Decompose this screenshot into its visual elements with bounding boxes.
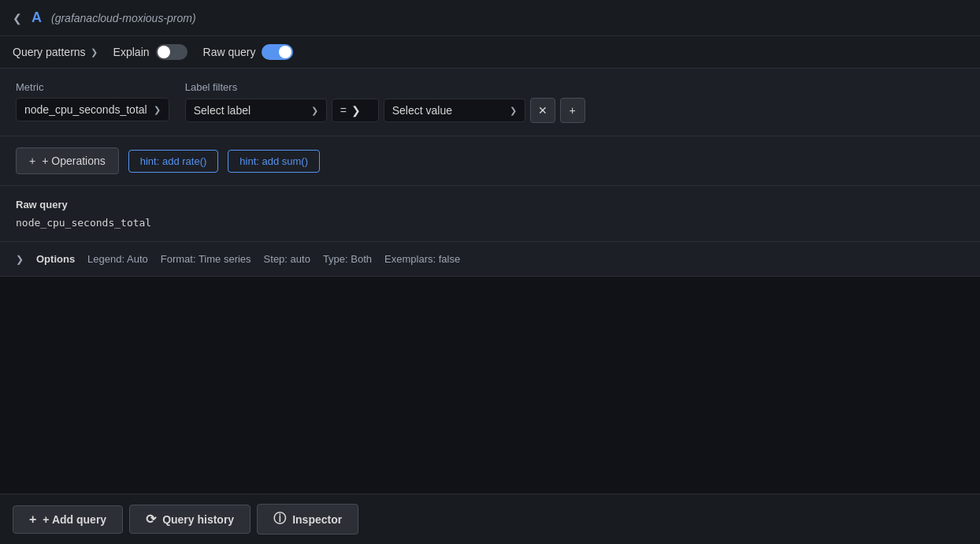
datasource-name: (grafanacloud-moxious-prom) <box>51 12 196 24</box>
operations-plus-icon: + <box>29 155 35 167</box>
raw-query-value: node_cpu_seconds_total <box>16 217 964 229</box>
select-value-field[interactable]: Select value ❯ <box>384 99 525 122</box>
operator-chevron-icon: ❯ <box>351 104 361 117</box>
raw-query-toggle-knob <box>279 46 291 58</box>
query-patterns-btn[interactable]: Query patterns ❯ <box>13 46 98 58</box>
select-label-placeholder: Select label <box>194 104 251 117</box>
options-type: Type: Both <box>323 253 372 265</box>
options-step: Step: auto <box>264 253 310 265</box>
add-query-button[interactable]: + + Add query <box>13 505 123 534</box>
explain-label: Explain <box>113 46 150 58</box>
explain-toggle-container: Explain <box>113 44 187 60</box>
add-query-label: + Add query <box>43 513 106 526</box>
select-value-placeholder: Select value <box>392 104 452 117</box>
options-expand-icon[interactable]: ❯ <box>16 254 24 265</box>
label-filters-row: Select label ❯ = ❯ Select value ❯ ✕ + <box>185 98 585 123</box>
options-exemplars: Exemplars: false <box>384 253 460 265</box>
raw-query-toggle[interactable] <box>262 44 293 60</box>
explain-toggle-knob <box>158 46 170 58</box>
inspector-label: Inspector <box>292 513 342 526</box>
close-icon: ✕ <box>538 104 548 117</box>
query-toolbar: Query patterns ❯ Explain Raw query <box>0 36 980 69</box>
operations-label: + Operations <box>42 155 106 167</box>
raw-query-section-label: Raw query <box>16 199 964 211</box>
explain-toggle[interactable] <box>156 44 187 60</box>
raw-query-toggle-container: Raw query <box>203 44 294 60</box>
metric-chevron-icon: ❯ <box>154 105 161 115</box>
metric-field-group: Metric node_cpu_seconds_total ❯ <box>16 81 169 121</box>
query-history-label: Query history <box>162 513 234 526</box>
select-value-chevron-icon: ❯ <box>510 106 517 116</box>
options-label: Options <box>36 253 75 265</box>
inspector-icon: ⓘ <box>273 511 286 527</box>
query-letter: A <box>32 9 42 26</box>
remove-filter-btn[interactable]: ✕ <box>530 98 555 123</box>
query-builder: Metric node_cpu_seconds_total ❯ Label fi… <box>0 69 980 136</box>
metric-label: Metric <box>16 81 169 93</box>
plus-icon: + <box>570 104 576 117</box>
hint-sum-btn[interactable]: hint: add sum() <box>228 150 320 173</box>
query-history-button[interactable]: ⟳ Query history <box>129 505 251 534</box>
metric-value: node_cpu_seconds_total <box>24 103 147 116</box>
options-row: ❯ Options Legend: Auto Format: Time seri… <box>0 242 980 277</box>
add-query-icon: + <box>29 512 36 527</box>
operator-field[interactable]: = ❯ <box>332 99 379 122</box>
hint-sum-label: hint: add sum() <box>239 155 308 167</box>
operations-row: + + Operations hint: add rate() hint: ad… <box>0 136 980 186</box>
history-icon: ⟳ <box>146 512 156 527</box>
label-filters-label: Label filters <box>185 81 585 93</box>
hint-rate-label: hint: add rate() <box>140 155 207 167</box>
query-patterns-chevron-icon: ❯ <box>91 47 98 58</box>
query-patterns-label: Query patterns <box>13 46 86 58</box>
add-filter-btn[interactable]: + <box>560 98 585 123</box>
options-format: Format: Time series <box>161 253 251 265</box>
collapse-icon[interactable]: ❮ <box>13 12 22 24</box>
query-header: ❮ A (grafanacloud-moxious-prom) <box>0 0 980 36</box>
select-label-chevron-icon: ❯ <box>311 106 318 116</box>
select-label-field[interactable]: Select label ❯ <box>185 99 327 122</box>
raw-query-section: Raw query node_cpu_seconds_total <box>0 186 980 242</box>
operations-btn[interactable]: + + Operations <box>16 147 119 174</box>
label-filters-group: Label filters Select label ❯ = ❯ Select … <box>185 81 585 123</box>
operator-value: = <box>340 104 347 117</box>
options-legend: Legend: Auto <box>87 253 148 265</box>
inspector-button[interactable]: ⓘ Inspector <box>257 504 358 535</box>
raw-query-label: Raw query <box>203 46 256 58</box>
bottom-bar: + + Add query ⟳ Query history ⓘ Inspecto… <box>0 494 980 544</box>
hint-rate-btn[interactable]: hint: add rate() <box>128 150 219 173</box>
metric-select[interactable]: node_cpu_seconds_total ❯ <box>16 98 169 121</box>
